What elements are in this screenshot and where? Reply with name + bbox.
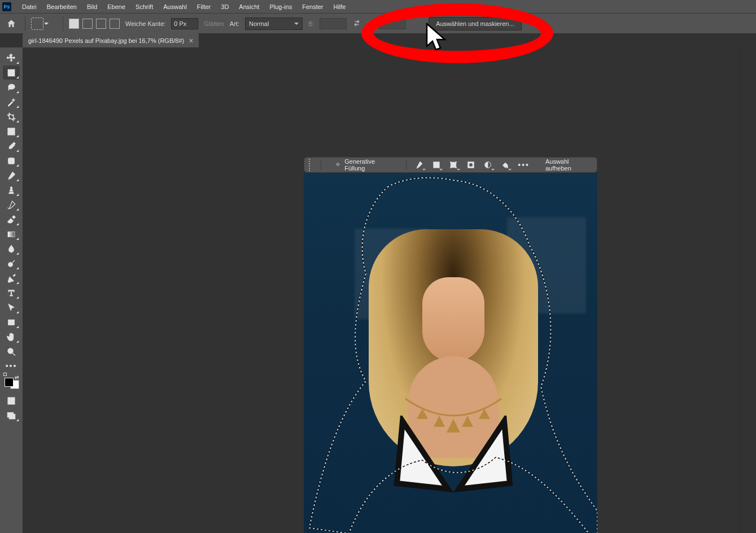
svg-marker-14 (434, 416, 445, 427)
width-label: B: (308, 20, 314, 27)
eyedropper-tool[interactable] (3, 139, 20, 153)
ctx-adjustment-icon[interactable] (483, 160, 493, 170)
marquee-tool[interactable] (3, 65, 20, 80)
menu-plugins[interactable]: Plug-ins (264, 1, 297, 12)
swap-colors-icon[interactable]: ⇄ (15, 374, 19, 380)
color-swatches[interactable]: ⇄ (3, 374, 19, 388)
lasso-tool[interactable] (3, 80, 20, 94)
ctx-mask-icon[interactable] (466, 160, 476, 170)
tools-panel: ••• ⇄ (0, 47, 23, 533)
eraser-tool[interactable] (3, 212, 20, 226)
svg-point-25 (469, 163, 473, 167)
hand-tool[interactable] (3, 330, 20, 344)
menu-hilfe[interactable]: Hilfe (328, 1, 351, 12)
home-button[interactable] (3, 16, 19, 31)
document-image[interactable] (304, 172, 597, 533)
menu-auswahl[interactable]: Auswahl (158, 1, 192, 12)
deselect-button[interactable]: Auswahl aufheben (545, 158, 592, 172)
svg-rect-10 (9, 414, 15, 418)
separator-icon (321, 160, 321, 170)
contextual-task-bar[interactable]: Generative Füllung ••• Auswahl aufheben (304, 157, 597, 173)
menu-bearbeiten[interactable]: Bearbeiten (42, 1, 82, 12)
style-value: Normal (249, 20, 269, 27)
selection-mode-group (69, 19, 120, 29)
close-tab-icon[interactable]: × (189, 37, 193, 45)
feather-label: Weiche Kante: (125, 20, 165, 27)
edit-toolbar-icon[interactable]: ••• (6, 359, 18, 373)
separator-icon (406, 160, 407, 170)
document-tab-bar: girl-1846490 Pexels auf Pixabay.jpg bei … (0, 33, 756, 47)
height-input (379, 18, 406, 29)
rectangle-shape-tool[interactable] (3, 315, 20, 329)
magic-wand-tool[interactable] (3, 95, 20, 109)
svg-point-20 (451, 161, 452, 163)
zoom-tool[interactable] (3, 344, 20, 359)
brush-tool[interactable] (3, 168, 20, 182)
menu-ebene[interactable]: Ebene (102, 1, 130, 12)
svg-rect-0 (8, 69, 15, 76)
menu-fenster[interactable]: Fenster (297, 1, 328, 12)
menu-bild[interactable]: Bild (82, 1, 102, 12)
separator-icon (63, 16, 63, 31)
move-tool[interactable] (3, 51, 20, 65)
generative-fill-button[interactable]: Generative Füllung (329, 159, 398, 171)
width-input (320, 18, 347, 29)
svg-rect-19 (451, 162, 456, 167)
generative-fill-label: Generative Füllung (344, 158, 392, 172)
svg-marker-15 (447, 419, 460, 432)
crop-tool[interactable] (3, 110, 20, 124)
gradient-tool[interactable] (3, 227, 20, 241)
svg-point-6 (8, 348, 13, 353)
history-brush-tool[interactable] (3, 198, 20, 212)
menu-filter[interactable]: Filter (192, 1, 216, 12)
right-panel-gutter (740, 47, 756, 533)
menu-ansicht[interactable]: Ansicht (234, 1, 264, 12)
selection-subtract-icon[interactable] (96, 19, 106, 29)
foreground-color-swatch[interactable] (5, 378, 14, 387)
tool-preset-picker[interactable] (31, 18, 43, 30)
quick-mask-tool[interactable] (3, 394, 20, 408)
height-label: H: (367, 20, 373, 27)
ctx-fill-icon[interactable] (501, 160, 510, 170)
drag-grip-icon[interactable] (309, 159, 313, 171)
style-label: Art: (230, 20, 239, 27)
ctx-more-icon[interactable]: ••• (518, 160, 530, 169)
menu-3d[interactable]: 3D (216, 1, 234, 12)
svg-point-4 (8, 262, 13, 266)
svg-rect-3 (8, 231, 15, 237)
ctx-brush-icon[interactable] (414, 160, 424, 170)
ctx-transform-icon[interactable] (449, 160, 458, 170)
clone-stamp-tool[interactable] (3, 183, 20, 197)
photoshop-logo-icon: Ps (2, 2, 11, 11)
pen-tool[interactable] (3, 271, 20, 285)
main-menu-bar: Ps Datei Bearbeiten Bild Ebene Schrift A… (0, 0, 756, 13)
document-tab[interactable]: girl-1846490 Pexels auf Pixabay.jpg bei … (23, 33, 199, 47)
type-tool[interactable] (3, 286, 20, 300)
svg-point-22 (451, 167, 452, 168)
svg-rect-5 (8, 320, 15, 325)
svg-point-8 (9, 399, 14, 403)
ctx-modify-selection-icon[interactable] (432, 160, 442, 170)
selection-add-icon[interactable] (82, 19, 93, 29)
swap-dimensions-icon[interactable] (352, 19, 361, 29)
default-colors-icon[interactable] (3, 373, 7, 376)
selection-intersect-icon[interactable] (110, 19, 120, 29)
blur-tool[interactable] (3, 242, 20, 256)
svg-rect-18 (434, 162, 440, 168)
document-tab-title: girl-1846490 Pexels auf Pixabay.jpg bei … (28, 37, 184, 44)
selection-new-icon[interactable] (69, 19, 79, 29)
menu-datei[interactable]: Datei (17, 1, 42, 12)
select-and-mask-button[interactable]: Auswählen und maskieren... (429, 17, 521, 30)
svg-point-21 (456, 161, 457, 163)
svg-point-23 (456, 167, 457, 168)
menu-schrift[interactable]: Schrift (130, 1, 158, 12)
style-dropdown[interactable]: Normal (245, 18, 303, 30)
dodge-tool[interactable] (3, 256, 20, 270)
feather-input[interactable]: 0 Px (171, 18, 198, 29)
healing-brush-tool[interactable] (3, 154, 20, 168)
frame-tool[interactable] (3, 124, 20, 138)
options-bar: Weiche Kante: 0 Px Glätten Art: Normal B… (0, 13, 756, 33)
screen-mode-tool[interactable] (3, 408, 20, 422)
path-select-tool[interactable] (3, 300, 20, 314)
svg-marker-16 (462, 416, 473, 427)
